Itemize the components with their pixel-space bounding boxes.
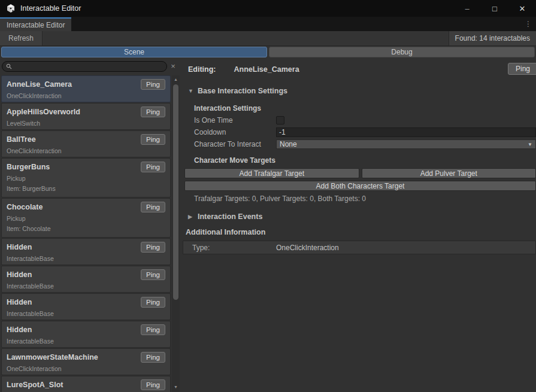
item-name: BurgerBuns — [7, 163, 50, 171]
editor-panel: Editing: AnneLise_Camera Ping ▼ Base Int… — [181, 58, 536, 392]
editing-ping-button[interactable]: Ping — [508, 63, 536, 75]
item-ping-button[interactable]: Ping — [141, 162, 165, 172]
item-ping-button[interactable]: Ping — [141, 79, 165, 90]
add-both-characters-target-button[interactable]: Add Both Characters Target — [184, 181, 536, 191]
list-item[interactable]: AppleHillsOverworld Ping LevelSwitch — [1, 103, 171, 130]
window-title: Interactable Editor — [20, 4, 81, 13]
item-type: InteractableBase — [7, 310, 165, 318]
foldout-label: Interaction Events — [198, 212, 262, 221]
item-type: LevelSwitch — [7, 120, 165, 127]
cooldown-row: Cooldown — [194, 127, 536, 137]
refresh-button[interactable]: Refresh — [0, 31, 43, 45]
view-tabs: Scene Debug — [1, 47, 535, 57]
item-type: OneClickInteraction — [7, 147, 165, 155]
maximize-button[interactable]: □ — [481, 0, 508, 17]
list-item[interactable]: BurgerBuns Ping Pickup Item: BurgerBuns — [1, 158, 171, 197]
item-type: OneClickInteraction — [7, 365, 165, 373]
scrollbar-thumb[interactable] — [173, 84, 178, 300]
interactable-list: AnneLise_Camera Ping OneClickInteraction… — [1, 75, 171, 392]
cooldown-label: Cooldown — [194, 128, 276, 136]
character-move-targets-header: Character Move Targets — [194, 156, 536, 165]
tab-label: Interactable Editor — [7, 21, 65, 29]
item-name: Hidden — [7, 271, 32, 279]
search-clear-icon[interactable]: × — [167, 62, 179, 71]
foldout-closed-icon: ▶ — [188, 214, 193, 220]
close-button[interactable]: ✕ — [508, 0, 536, 17]
found-count-label: Found: 14 interactables — [449, 31, 536, 45]
window-controls: – □ ✕ — [453, 0, 536, 17]
item-name: LawnmowerStateMachine — [7, 353, 98, 361]
dropdown-arrow-icon: ▼ — [528, 142, 532, 147]
add-both-button-row: Add Both Characters Target — [184, 181, 536, 191]
type-label: Type: — [192, 244, 276, 252]
list-item[interactable]: AnneLise_Camera Ping OneClickInteraction — [1, 75, 171, 102]
foldout-open-icon: ▼ — [188, 88, 193, 94]
scene-list-panel: × AnneLise_Camera Ping OneClickInteracti… — [0, 58, 181, 392]
interactable-editor-window: Interactable Editor – □ ✕ Interactable E… — [0, 0, 536, 392]
item-ping-button[interactable]: Ping — [141, 134, 165, 145]
item-ping-button[interactable]: Ping — [141, 352, 165, 363]
search-box — [2, 61, 167, 72]
editing-target-name: AnneLise_Camera — [234, 65, 299, 74]
minimize-button[interactable]: – — [453, 0, 481, 17]
character-to-interact-row: Character To Interact None ▼ — [194, 139, 536, 149]
editing-header: Editing: AnneLise_Camera Ping — [181, 63, 536, 75]
item-ping-button[interactable]: Ping — [141, 107, 165, 117]
type-value: OneClickInteraction — [276, 244, 339, 252]
item-ping-button[interactable]: Ping — [141, 379, 165, 390]
title-bar: Interactable Editor – □ ✕ — [0, 0, 536, 17]
tab-debug[interactable]: Debug — [269, 47, 535, 57]
list-item[interactable]: BallTree Ping OneClickInteraction — [1, 130, 171, 157]
item-name: Hidden — [7, 326, 32, 334]
list-item[interactable]: LawnmowerStateMachine Ping OneClickInter… — [1, 348, 171, 375]
list-item[interactable]: LureSpotA_Slot Ping — [1, 376, 171, 392]
window-menu-icon[interactable]: ⋮ — [520, 20, 536, 28]
item-name: Chocolate — [7, 203, 43, 211]
toolbar: Refresh Found: 14 interactables — [0, 31, 536, 46]
interaction-events-foldout[interactable]: ▶ Interaction Events — [188, 212, 536, 221]
list-item[interactable]: Hidden Ping InteractableBase — [1, 238, 171, 265]
item-type: InteractableBase — [7, 282, 165, 290]
list-item[interactable]: Hidden Ping InteractableBase — [1, 293, 171, 320]
tab-bar: Interactable Editor ⋮ — [0, 17, 536, 31]
character-to-interact-dropdown[interactable]: None ▼ — [276, 139, 536, 149]
list-item[interactable]: Chocolate Ping Pickup Item: Chocolate — [1, 198, 171, 238]
additional-information-header: Additional Information — [186, 228, 536, 238]
targets-summary: Trafalgar Targets: 0, Pulver Targets: 0,… — [194, 195, 536, 203]
list-scrollbar[interactable]: ▲ ▼ — [172, 75, 180, 392]
add-trafalgar-target-button[interactable]: Add Trafalgar Target — [184, 168, 359, 178]
unity-cube-icon — [6, 4, 16, 13]
item-type: InteractableBase — [7, 338, 165, 345]
cooldown-field[interactable] — [276, 127, 536, 137]
scroll-down-icon[interactable]: ▼ — [172, 383, 180, 391]
tab-scene[interactable]: Scene — [1, 47, 267, 57]
item-ping-button[interactable]: Ping — [141, 297, 165, 308]
item-type: OneClickInteraction — [7, 92, 165, 100]
item-name: Hidden — [7, 298, 32, 306]
item-name: AnneLise_Camera — [7, 80, 72, 89]
is-one-time-label: Is One Time — [194, 116, 276, 124]
item-name: LureSpotA_Slot — [7, 381, 63, 389]
item-ping-button[interactable]: Ping — [141, 202, 165, 212]
tab-interactable-editor[interactable]: Interactable Editor — [0, 17, 71, 31]
is-one-time-row: Is One Time — [194, 116, 536, 125]
item-name: AppleHillsOverworld — [7, 108, 80, 116]
add-pulver-target-button[interactable]: Add Pulver Target — [362, 168, 536, 178]
item-ping-button[interactable]: Ping — [141, 269, 165, 280]
item-ping-button[interactable]: Ping — [141, 242, 165, 253]
dropdown-value: None — [280, 140, 297, 148]
search-row: × — [0, 58, 181, 74]
base-interaction-settings-foldout[interactable]: ▼ Base Interaction Settings — [188, 86, 536, 96]
is-one-time-checkbox[interactable] — [276, 116, 284, 124]
search-icon — [6, 63, 12, 69]
item-ping-button[interactable]: Ping — [141, 324, 165, 335]
item-extra: Item: Chocolate — [7, 225, 165, 233]
list-item[interactable]: Hidden Ping InteractableBase — [1, 266, 171, 293]
item-name: BallTree — [7, 135, 36, 144]
foldout-label: Base Interaction Settings — [198, 87, 287, 95]
search-input[interactable] — [14, 62, 163, 71]
item-extra: Item: BurgerBuns — [7, 185, 165, 193]
list-item[interactable]: Hidden Ping InteractableBase — [1, 321, 171, 348]
item-type: Pickup — [7, 175, 165, 183]
scroll-up-icon[interactable]: ▲ — [172, 75, 180, 83]
